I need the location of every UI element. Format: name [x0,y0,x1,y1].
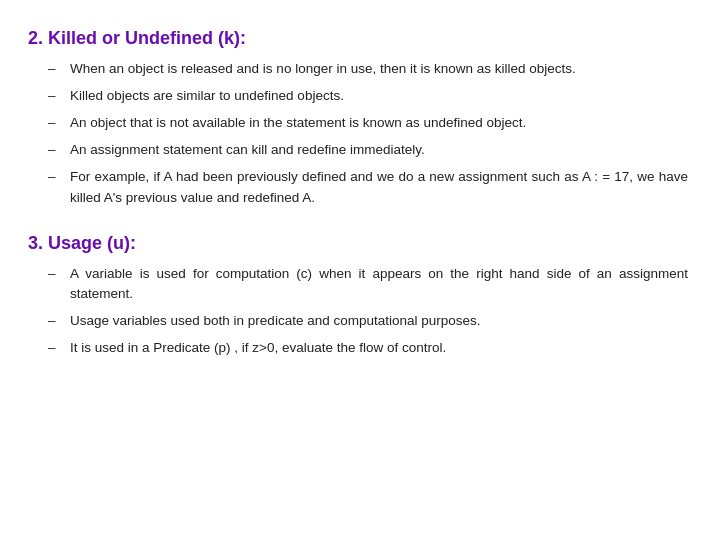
bullet-dash: – [48,113,66,134]
list-item: – For example, if A had been previously … [48,167,688,209]
bullet-text: Usage variables used both in predicate a… [70,311,688,332]
bullet-text: A variable is used for computation (c) w… [70,264,688,306]
list-item: – An object that is not available in the… [48,113,688,134]
bullet-dash: – [48,167,66,188]
bullet-dash: – [48,338,66,359]
bullet-dash: – [48,140,66,161]
list-item: – Killed objects are similar to undefine… [48,86,688,107]
list-item: – Usage variables used both in predicate… [48,311,688,332]
section-2-title: 2. Killed or Undefined (k): [28,28,688,49]
section-3-title: 3. Usage (u): [28,233,688,254]
section-2-list: – When an object is released and is no l… [28,59,688,209]
section-3: 3. Usage (u): – A variable is used for c… [28,233,688,360]
bullet-text: When an object is released and is no lon… [70,59,688,80]
list-item: – A variable is used for computation (c)… [48,264,688,306]
bullet-text: An object that is not available in the s… [70,113,688,134]
bullet-text: It is used in a Predicate (p) , if z>0, … [70,338,688,359]
list-item: – When an object is released and is no l… [48,59,688,80]
bullet-text: An assignment statement can kill and red… [70,140,688,161]
list-item: – An assignment statement can kill and r… [48,140,688,161]
bullet-dash: – [48,264,66,285]
section-2: 2. Killed or Undefined (k): – When an ob… [28,28,688,209]
bullet-text: Killed objects are similar to undefined … [70,86,688,107]
bullet-dash: – [48,59,66,80]
main-content: 2. Killed or Undefined (k): – When an ob… [28,28,688,359]
bullet-dash: – [48,86,66,107]
list-item: – It is used in a Predicate (p) , if z>0… [48,338,688,359]
bullet-dash: – [48,311,66,332]
section-3-list: – A variable is used for computation (c)… [28,264,688,360]
bullet-text: For example, if A had been previously de… [70,167,688,209]
